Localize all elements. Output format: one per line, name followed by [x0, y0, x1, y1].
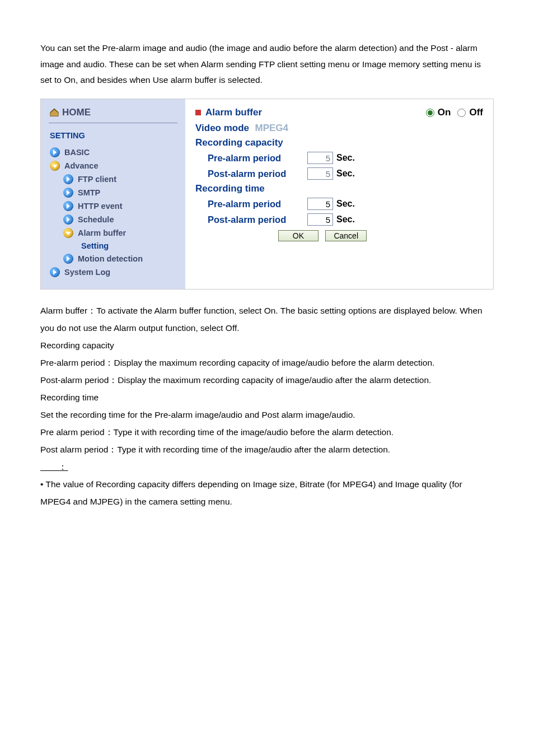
pre-alarm-period-label: Pre-alarm period	[195, 199, 307, 209]
arrow-right-icon	[63, 188, 73, 198]
nav-syslog-label: System Log	[64, 268, 110, 277]
arrow-right-icon	[50, 267, 60, 277]
arrow-right-icon	[63, 254, 73, 264]
nav-advance-label: Advance	[64, 161, 98, 170]
desc-post-alarm-capacity: Post-alarm period：Display the maximum re…	[40, 371, 494, 389]
radio-on-label: On	[438, 107, 451, 118]
nav-alarm-buffer[interactable]: Alarm buffer	[41, 226, 185, 240]
capacity-post-alarm-input	[307, 167, 333, 180]
home-label: HOME	[62, 107, 91, 118]
time-pre-alarm-input[interactable]	[307, 198, 333, 210]
post-alarm-period-label: Post-alarm period	[195, 214, 307, 225]
desc-recording-time: Recording time	[40, 389, 494, 406]
description-section: Alarm buffer：To activate the Alarm buffe…	[0, 290, 534, 538]
radio-on[interactable]	[426, 109, 434, 117]
nav-smtp-label: SMTP	[78, 188, 100, 197]
arrow-right-icon	[63, 174, 73, 184]
sec-unit: Sec.	[336, 199, 355, 209]
pre-alarm-period-label: Pre-alarm period	[195, 153, 307, 164]
cancel-button[interactable]: Cancel	[325, 230, 367, 241]
intro-paragraph: You can set the Pre-alarm image and audi…	[0, 0, 534, 99]
arrow-down-icon	[63, 228, 73, 238]
recording-time-heading: Recording time	[195, 183, 483, 194]
desc-alarm-buffer: Alarm buffer：To activate the Alarm buffe…	[40, 302, 494, 337]
setting-heading: SETTING	[41, 131, 185, 146]
desc-recording-capacity: Recording capacity	[40, 337, 494, 354]
sec-unit: Sec.	[336, 214, 355, 225]
nav-advance[interactable]: Advance	[41, 159, 185, 172]
radio-off-label: Off	[469, 107, 483, 118]
sec-unit: Sec.	[336, 153, 355, 163]
desc-pre-alarm-time: Pre alarm period：Type it with recording …	[40, 423, 494, 441]
nav-http-label: HTTP event	[78, 202, 123, 211]
sidebar: HOME SETTING BASIC Advance FTP client SM…	[41, 99, 185, 289]
nav-system-log[interactable]: System Log	[41, 265, 185, 279]
arrow-down-icon	[50, 161, 60, 171]
desc-recording-time-info: Set the recording time for the Pre-alarm…	[40, 406, 494, 423]
post-alarm-period-label: Post-alarm period	[195, 169, 307, 179]
page-title: Alarm buffer	[205, 107, 426, 118]
time-post-alarm-input[interactable]	[307, 213, 333, 226]
nav-motion-detection[interactable]: Motion detection	[41, 252, 185, 265]
video-mode-value: MPEG4	[255, 123, 289, 133]
radio-off[interactable]	[457, 109, 466, 117]
nav-ftp-label: FTP client	[78, 175, 116, 184]
nav-schedule[interactable]: Schedule	[41, 213, 185, 226]
desc-pre-alarm-capacity: Pre-alarm period：Display the maximum rec…	[40, 354, 494, 371]
home-link[interactable]: HOME	[41, 107, 185, 123]
desc-post-alarm-time: Post alarm period：Type it with recording…	[40, 441, 494, 458]
note-text: • The value of Recording capacity differ…	[40, 475, 494, 510]
nav-alarm-buffer-label: Alarm buffer	[78, 228, 126, 237]
arrow-right-icon	[63, 214, 73, 225]
recording-capacity-heading: Recording capacity	[195, 137, 483, 148]
arrow-right-icon	[50, 147, 60, 157]
main-content: Alarm buffer On Off Video mode MPEG4 Rec…	[185, 99, 493, 289]
sec-unit: Sec.	[336, 169, 355, 179]
nav-motion-label: Motion detection	[78, 254, 143, 263]
nav-ftp-client[interactable]: FTP client	[41, 172, 185, 186]
home-icon	[49, 108, 60, 117]
note-heading: ：	[40, 462, 68, 472]
settings-panel: HOME SETTING BASIC Advance FTP client SM…	[40, 99, 494, 290]
sidebar-divider	[49, 123, 177, 123]
nav-http-event[interactable]: HTTP event	[41, 199, 185, 213]
nav-setting-item[interactable]: Setting	[41, 240, 185, 252]
section-marker-icon	[195, 110, 201, 115]
capacity-pre-alarm-input	[307, 152, 333, 164]
nav-basic-label: BASIC	[64, 148, 90, 157]
ok-button[interactable]: OK	[278, 230, 318, 241]
nav-schedule-label: Schedule	[78, 215, 114, 224]
alarm-buffer-toggle: On Off	[426, 107, 483, 118]
nav-basic[interactable]: BASIC	[41, 146, 185, 159]
arrow-right-icon	[63, 201, 73, 211]
nav-smtp[interactable]: SMTP	[41, 186, 185, 199]
video-mode-label: Video mode	[195, 123, 249, 133]
